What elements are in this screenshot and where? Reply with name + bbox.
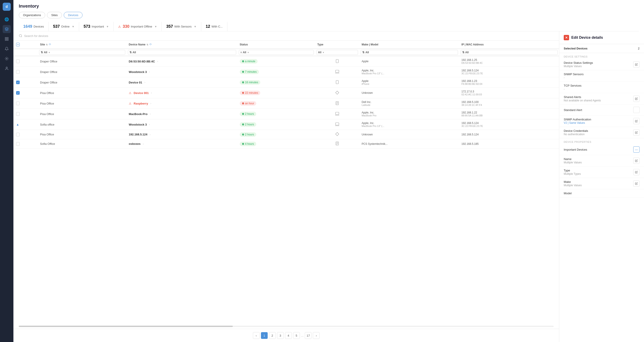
dropdown-arrow-type[interactable]: ▼: [322, 51, 324, 54]
row-checkbox[interactable]: [16, 81, 20, 84]
sort-icon-name[interactable]: ⇅: [146, 44, 148, 46]
row-chevron-icon[interactable]: ›: [150, 112, 151, 116]
horizontal-scrollbar[interactable]: [19, 326, 554, 327]
make-label: Unknown: [362, 133, 457, 136]
row-checkbox[interactable]: [16, 142, 20, 146]
filter-device-name[interactable]: ⇅ All: [126, 49, 238, 56]
sidebar-icon-bell[interactable]: [3, 45, 11, 53]
row-chevron-icon[interactable]: ›: [149, 70, 150, 73]
panel-item-left: Model: [564, 192, 640, 195]
row-chevron-icon[interactable]: ›: [144, 81, 145, 84]
page-btn-17[interactable]: 17: [305, 332, 312, 339]
row-checkbox[interactable]: [16, 133, 20, 136]
col-header-device-name[interactable]: Device Name ⇅: [126, 41, 238, 49]
row-checkbox[interactable]: [16, 60, 20, 63]
row-checkbox[interactable]: [16, 102, 20, 105]
edit-button[interactable]: [633, 61, 640, 68]
col-header-status[interactable]: Status: [238, 41, 315, 49]
row-checkbox[interactable]: [16, 70, 20, 74]
status-badge: a minute: [240, 59, 258, 64]
sort-icon-filter-make: ⇅: [362, 51, 364, 54]
svg-marker-0: [5, 28, 8, 29]
sort-icon-site[interactable]: ⇅: [46, 44, 48, 46]
svg-line-8: [21, 37, 22, 37]
panel-checkbox[interactable]: [633, 107, 640, 113]
select-all-checkbox[interactable]: [16, 43, 20, 46]
table-row: Draper Office Woodstock 3 › 7 minutes Ap…: [14, 67, 559, 77]
col-header-type[interactable]: Type: [315, 41, 359, 49]
sidebar-icon-cube[interactable]: [3, 25, 11, 33]
stat-filter-important-offline[interactable]: ▼: [154, 25, 157, 28]
dropdown-arrow-status[interactable]: ▼: [247, 51, 249, 54]
sidebar-icon-dashboard[interactable]: [3, 35, 11, 43]
row-checkbox[interactable]: [16, 112, 20, 116]
stat-important[interactable]: 573 Important ▼: [79, 22, 114, 31]
sidebar-icon-layers[interactable]: [3, 55, 11, 63]
row-chevron-icon[interactable]: ›: [150, 133, 150, 136]
stat-filter-online[interactable]: ▼: [72, 25, 74, 28]
page-btn-4[interactable]: 4: [285, 332, 292, 339]
edit-button[interactable]: [633, 180, 640, 187]
sort-icon-filter-site: ⇅: [41, 51, 43, 54]
svg-point-26: [242, 124, 244, 125]
panel-close-button[interactable]: ✕: [564, 35, 569, 40]
panel-item-sub: Multiple Values: [564, 184, 633, 187]
tab-organizations[interactable]: Organizations: [19, 12, 45, 18]
search-input[interactable]: [24, 34, 91, 38]
make-model-cell: Apple, Inc. MacBook Pro 13" (...: [359, 119, 459, 130]
page-ellipsis: ...: [301, 334, 304, 337]
model-label: MacBook Pro 13" (...: [362, 125, 457, 127]
stat-with-c[interactable]: 12 With C...: [201, 22, 228, 31]
tab-sites[interactable]: Sites: [47, 12, 62, 18]
stat-label-with-sensors: With Sensors: [174, 25, 192, 28]
edit-button[interactable]: [633, 96, 640, 102]
edit-button[interactable]: [633, 169, 640, 175]
row-chevron-icon[interactable]: ›: [149, 123, 150, 126]
filter-site[interactable]: ⇅ All ▼: [38, 49, 126, 56]
row-chevron-icon[interactable]: ›: [150, 102, 151, 105]
filter-ip[interactable]: ⇅ All: [459, 49, 559, 56]
app-logo[interactable]: d: [3, 3, 11, 11]
stat-filter-important[interactable]: ▼: [106, 25, 109, 28]
status-cell: 2 hours: [238, 109, 315, 119]
row-chevron-icon[interactable]: ›: [151, 91, 152, 95]
sidebar-icon-globe[interactable]: 🌐: [3, 15, 11, 23]
panel-item-name: Standard Alert: [564, 108, 633, 112]
ip-label: 192.168.5.124: [462, 122, 557, 125]
row-checkbox[interactable]: [16, 91, 20, 95]
col-header-make[interactable]: Make | Model: [359, 41, 459, 49]
col-header-site[interactable]: Site ⇅: [38, 41, 126, 49]
page-btn-2[interactable]: 2: [269, 332, 276, 339]
stat-filter-with-sensors[interactable]: ▼: [194, 25, 196, 28]
table-row: Pisa Office ⚠ Device 001 › 22 minutes Un…: [14, 88, 559, 98]
page-btn-1[interactable]: 1: [261, 332, 268, 339]
site-cell: Pisa Office: [38, 109, 126, 119]
stat-with-sensors[interactable]: 357 With Sensors ▼: [162, 22, 201, 31]
table-row: ▲ Sofia office Woodstock 3 › 2 hours App…: [14, 119, 559, 130]
check-cell: [14, 98, 38, 109]
filter-status[interactable]: ≡ All ▼: [238, 49, 315, 56]
page-next-button[interactable]: ›: [313, 332, 320, 339]
edit-button[interactable]: [633, 158, 640, 164]
status-cell: an hour: [238, 98, 315, 109]
stat-total-devices[interactable]: 1649 Devices: [19, 22, 48, 31]
col-header-ip[interactable]: IP | MAC Address: [459, 41, 559, 49]
tab-devices[interactable]: Devices: [64, 12, 82, 18]
filter-make[interactable]: ⇅ All: [359, 49, 459, 56]
mac-label: 88:66:5A:11:AA:BB: [462, 114, 557, 117]
page-prev-button[interactable]: ‹: [253, 332, 260, 339]
edit-button[interactable]: [633, 118, 640, 124]
panel-item: Device Credentials No authentication: [559, 127, 644, 138]
row-chevron-icon[interactable]: ›: [157, 60, 158, 63]
dash-action[interactable]: —: [633, 146, 640, 153]
page-btn-5[interactable]: 5: [293, 332, 300, 339]
row-chevron-icon[interactable]: ›: [143, 142, 144, 146]
page-btn-3[interactable]: 3: [277, 332, 284, 339]
edit-button[interactable]: [633, 129, 640, 136]
stat-important-offline[interactable]: ⚠ 330 Important Offline ▼: [114, 22, 162, 31]
filter-type[interactable]: All ▼: [315, 49, 359, 56]
status-badge: 16 minutes: [240, 80, 260, 85]
stat-online[interactable]: 537 Online ▼: [48, 22, 79, 31]
sidebar-icon-user[interactable]: [3, 65, 11, 73]
dropdown-arrow-site[interactable]: ▼: [48, 51, 50, 54]
